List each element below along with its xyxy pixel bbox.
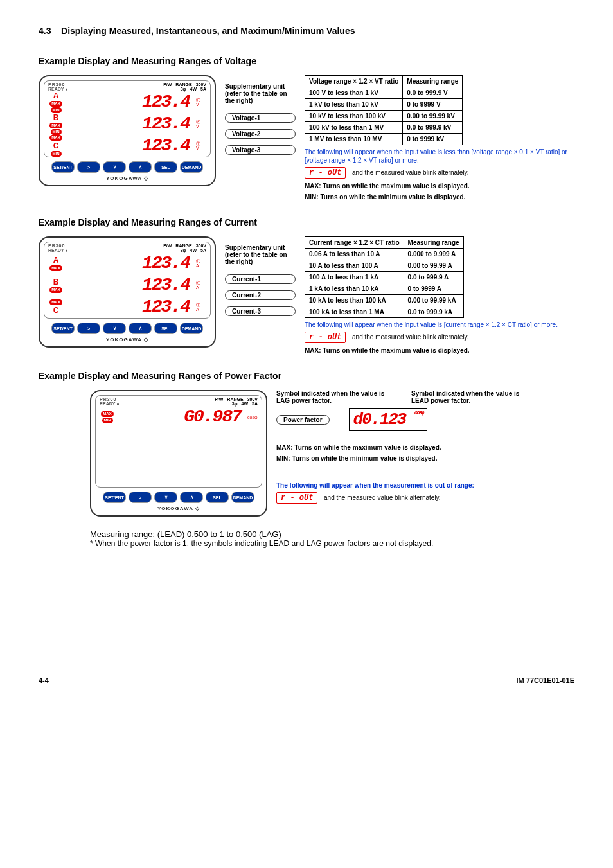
status-row: PR300 P/W RANGE 300V — [47, 244, 208, 248]
circ-b: Ⓢ — [196, 281, 208, 285]
up-button[interactable]: ∧ — [180, 492, 203, 503]
status-row2: READY ● 3φ 4W 5A — [47, 248, 208, 252]
up-button[interactable]: ∧ — [129, 161, 152, 173]
status-right: P/W RANGE 300V — [215, 397, 258, 402]
voltage-callouts: Supplementary unit (refer to the table o… — [225, 83, 296, 156]
cell: 0.00 to 99.99 kA — [404, 295, 463, 306]
next-button[interactable]: > — [77, 161, 100, 173]
table-row: 100 kA to less than 1 MA0.0 to 999.9 kA — [305, 306, 464, 318]
pf-measuring-range: Measuring range: (LEAD) 0.500 to 1 to 0.… — [90, 529, 574, 548]
rout-icon: r - oUt — [305, 332, 346, 343]
cell: 0.0 to 999.9 V — [403, 87, 463, 99]
min-badge: MIN — [51, 151, 62, 157]
table-row: 1 kA to less than 10 kA0 to 9999 A — [305, 283, 464, 295]
current-note: The following will appear when the input… — [305, 321, 574, 329]
demand-button[interactable]: DEMAND — [231, 492, 254, 503]
model-label: PR300 — [48, 244, 65, 248]
cell: 100 kA to less than 1 MA — [305, 306, 404, 318]
voltage-rout-line: r - oUt and the measured value blink alt… — [305, 167, 574, 179]
current-row-b: B MAX 123.4 Ⓢ A — [47, 274, 208, 296]
phase-a-letter: A — [53, 256, 59, 265]
phase-label: 3φ — [232, 402, 238, 406]
status-row: PR300 P/W RANGE 300V — [47, 82, 208, 87]
current-range-table: Current range × 1.2 × CT ratio Measuring… — [305, 236, 464, 318]
cell: 0.0 to 999.9 kA — [404, 306, 463, 318]
max-sym: MAX — [305, 182, 319, 190]
model-label: PR300 — [48, 82, 65, 87]
circ-b: Ⓢ — [196, 120, 208, 124]
current-block: PR300 P/W RANGE 300V READY ● 3φ 4W 5A A — [39, 236, 574, 354]
pf-lead-box: d0.123 cosφ — [349, 408, 428, 431]
cell: 0.0 to 999.9 A — [404, 272, 463, 283]
down-button[interactable]: ∨ — [103, 323, 126, 334]
down-button[interactable]: ∨ — [103, 161, 126, 173]
up-button[interactable]: ∧ — [129, 323, 152, 334]
max-sym: MAX — [305, 347, 319, 354]
min-sym: MIN — [305, 193, 316, 200]
unit-c: Ⓣ V — [196, 141, 208, 150]
demand-button[interactable]: DEMAND — [180, 323, 203, 334]
pf-rout-line: r - oUt and the measured value blink alt… — [276, 492, 574, 504]
circ-a: Ⓡ — [196, 98, 208, 102]
next-button[interactable]: > — [77, 323, 100, 334]
set-ent-button[interactable]: SET/ENT — [51, 161, 75, 173]
cell: 0.000 to 9.999 A — [404, 249, 463, 260]
digits-c: 123.4 — [65, 298, 196, 316]
sel-button[interactable]: SEL — [154, 161, 177, 173]
min-badge: MIN — [51, 107, 62, 113]
blink-text: and the measured value blink alternately… — [352, 169, 469, 176]
pf-heading: Example Display and Measuring Ranges of … — [39, 371, 574, 381]
demand-button[interactable]: DEMAND — [180, 161, 203, 173]
table-header-row: Current range × 1.2 × CT ratio Measuring… — [305, 237, 464, 249]
pf-row: MAX MIN G0.987 cosφ — [98, 406, 259, 428]
pf-phase-label: MAX MIN — [98, 411, 116, 423]
vrange-label: 300V — [196, 82, 206, 87]
unit-a: Ⓡ V — [196, 98, 208, 107]
max-text: : Turns on while the maximum value is di… — [319, 347, 469, 354]
cell: 100 A to less than 1 kA — [305, 272, 404, 283]
down-button[interactable]: ∨ — [154, 492, 177, 503]
phase-label: 3φ — [181, 248, 186, 252]
pw-label: P/W — [163, 82, 172, 87]
min-badge: MIN — [102, 418, 113, 423]
th-range: Measuring range — [403, 76, 463, 87]
pf-min-note: MIN: Turns on while the minimum value is… — [276, 455, 574, 462]
blank-rows — [98, 432, 259, 471]
voltage-block: PR300 P/W RANGE 300V READY ● 3φ 4W 5A A — [39, 75, 574, 200]
set-ent-button[interactable]: SET/ENT — [103, 492, 126, 503]
current1-callout: Current-1 — [225, 274, 296, 284]
yokogawa-logo: YOKOGAWA ◇ — [44, 175, 211, 181]
status-row2: READY ● 3φ 4W 5A — [47, 87, 208, 91]
pf-block: PR300 P/W RANGE 300V READY ● 3φ 4W 5A MA… — [90, 390, 574, 517]
cell: 100 kV to less than 1 MV — [305, 122, 403, 134]
unit-b: Ⓢ A — [196, 281, 208, 290]
max-badge: MAX — [101, 411, 113, 417]
table-row: 1 MV to less than 10 MV0 to 9999 kV — [305, 134, 463, 145]
voltage-heading: Example Display and Measuring Ranges of … — [39, 56, 574, 66]
pf-callout: Power factor — [276, 415, 330, 425]
unit-a-v: V — [196, 102, 208, 107]
digits-b: 123.4 — [65, 115, 196, 133]
sup-unit-label: Supplementary unit (refer to the table o… — [225, 83, 296, 104]
table-row: 0.06 A to less than 10 A0.000 to 9.999 A — [305, 249, 464, 260]
status-row: PR300 P/W RANGE 300V — [98, 397, 259, 402]
phase-c-letter: C — [53, 141, 59, 150]
yokogawa-logo: YOKOGAWA ◇ — [44, 337, 211, 342]
current-heading: Example Display and Measuring Ranges of … — [39, 217, 574, 227]
ready-label: READY ● — [48, 248, 68, 252]
next-button[interactable]: > — [129, 492, 152, 503]
sel-button[interactable]: SEL — [154, 323, 177, 334]
set-ent-button[interactable]: SET/ENT — [51, 323, 75, 334]
phase-b: B MAX MIN — [47, 113, 65, 135]
sel-button[interactable]: SEL — [206, 492, 229, 503]
pf-top-labels: Symbol indicated when the value is LAG p… — [276, 390, 574, 404]
unit-a-a: A — [196, 263, 208, 268]
crange-label: 5A — [200, 87, 206, 91]
crange-label: 5A — [252, 402, 258, 406]
table-row: 10 kA to less than 100 kA0.00 to 99.99 k… — [305, 295, 464, 306]
lcd: PR300 P/W RANGE 300V READY ● 3φ 4W 5A MA… — [95, 395, 262, 488]
pf-right: Symbol indicated when the value is LAG p… — [276, 390, 574, 504]
table-header-row: Voltage range × 1.2 × VT ratio Measuring… — [305, 76, 463, 87]
vrange-label: 300V — [196, 244, 206, 248]
doc-number: IM 77C01E01-01E — [517, 677, 575, 684]
